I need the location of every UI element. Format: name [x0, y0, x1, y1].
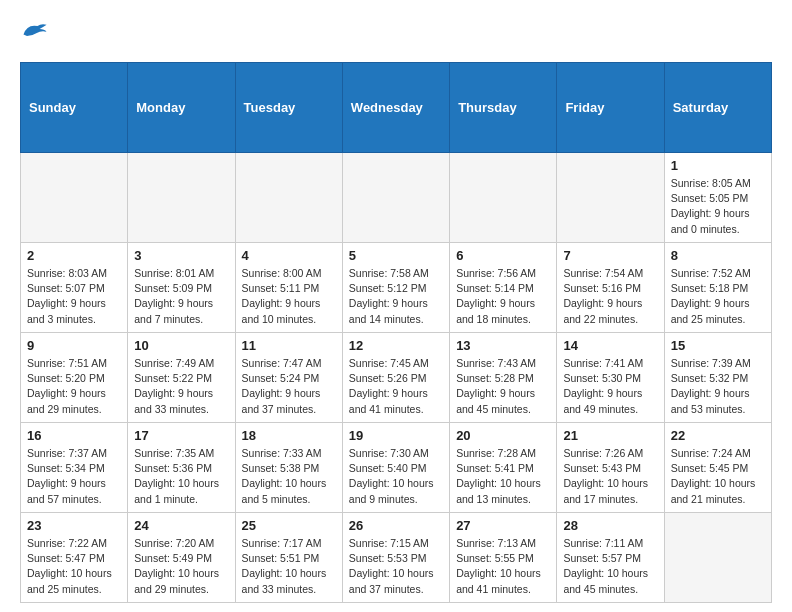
day-info: Sunrise: 7:51 AM Sunset: 5:20 PM Dayligh…	[27, 356, 121, 417]
calendar-week-1: 2Sunrise: 8:03 AM Sunset: 5:07 PM Daylig…	[21, 243, 772, 333]
day-info: Sunrise: 7:43 AM Sunset: 5:28 PM Dayligh…	[456, 356, 550, 417]
day-number: 3	[134, 248, 228, 263]
day-number: 7	[563, 248, 657, 263]
day-number: 9	[27, 338, 121, 353]
calendar-week-2: 9Sunrise: 7:51 AM Sunset: 5:20 PM Daylig…	[21, 333, 772, 423]
day-number: 19	[349, 428, 443, 443]
calendar-week-4: 23Sunrise: 7:22 AM Sunset: 5:47 PM Dayli…	[21, 513, 772, 603]
logo-bird-icon	[20, 20, 48, 42]
calendar-cell	[235, 153, 342, 243]
day-number: 27	[456, 518, 550, 533]
day-info: Sunrise: 7:45 AM Sunset: 5:26 PM Dayligh…	[349, 356, 443, 417]
calendar-cell: 17Sunrise: 7:35 AM Sunset: 5:36 PM Dayli…	[128, 423, 235, 513]
day-number: 12	[349, 338, 443, 353]
day-number: 23	[27, 518, 121, 533]
day-number: 16	[27, 428, 121, 443]
weekday-header-sunday: Sunday	[21, 63, 128, 153]
day-number: 28	[563, 518, 657, 533]
day-info: Sunrise: 7:22 AM Sunset: 5:47 PM Dayligh…	[27, 536, 121, 597]
day-info: Sunrise: 7:41 AM Sunset: 5:30 PM Dayligh…	[563, 356, 657, 417]
weekday-header-wednesday: Wednesday	[342, 63, 449, 153]
weekday-header-thursday: Thursday	[450, 63, 557, 153]
calendar-cell	[557, 153, 664, 243]
day-info: Sunrise: 7:49 AM Sunset: 5:22 PM Dayligh…	[134, 356, 228, 417]
day-number: 17	[134, 428, 228, 443]
calendar-cell	[21, 153, 128, 243]
day-info: Sunrise: 7:20 AM Sunset: 5:49 PM Dayligh…	[134, 536, 228, 597]
calendar-cell: 19Sunrise: 7:30 AM Sunset: 5:40 PM Dayli…	[342, 423, 449, 513]
day-info: Sunrise: 7:13 AM Sunset: 5:55 PM Dayligh…	[456, 536, 550, 597]
calendar-cell: 16Sunrise: 7:37 AM Sunset: 5:34 PM Dayli…	[21, 423, 128, 513]
calendar-cell: 22Sunrise: 7:24 AM Sunset: 5:45 PM Dayli…	[664, 423, 771, 513]
day-info: Sunrise: 7:30 AM Sunset: 5:40 PM Dayligh…	[349, 446, 443, 507]
day-number: 15	[671, 338, 765, 353]
day-number: 20	[456, 428, 550, 443]
day-number: 22	[671, 428, 765, 443]
day-info: Sunrise: 7:15 AM Sunset: 5:53 PM Dayligh…	[349, 536, 443, 597]
day-number: 6	[456, 248, 550, 263]
calendar-cell: 9Sunrise: 7:51 AM Sunset: 5:20 PM Daylig…	[21, 333, 128, 423]
day-info: Sunrise: 7:56 AM Sunset: 5:14 PM Dayligh…	[456, 266, 550, 327]
calendar-cell: 1Sunrise: 8:05 AM Sunset: 5:05 PM Daylig…	[664, 153, 771, 243]
day-number: 13	[456, 338, 550, 353]
day-info: Sunrise: 7:37 AM Sunset: 5:34 PM Dayligh…	[27, 446, 121, 507]
calendar-cell: 7Sunrise: 7:54 AM Sunset: 5:16 PM Daylig…	[557, 243, 664, 333]
day-info: Sunrise: 7:24 AM Sunset: 5:45 PM Dayligh…	[671, 446, 765, 507]
day-number: 25	[242, 518, 336, 533]
day-number: 5	[349, 248, 443, 263]
calendar-week-0: 1Sunrise: 8:05 AM Sunset: 5:05 PM Daylig…	[21, 153, 772, 243]
calendar-cell: 20Sunrise: 7:28 AM Sunset: 5:41 PM Dayli…	[450, 423, 557, 513]
day-info: Sunrise: 7:58 AM Sunset: 5:12 PM Dayligh…	[349, 266, 443, 327]
day-number: 21	[563, 428, 657, 443]
calendar-cell: 28Sunrise: 7:11 AM Sunset: 5:57 PM Dayli…	[557, 513, 664, 603]
day-number: 26	[349, 518, 443, 533]
calendar-cell: 12Sunrise: 7:45 AM Sunset: 5:26 PM Dayli…	[342, 333, 449, 423]
day-info: Sunrise: 7:35 AM Sunset: 5:36 PM Dayligh…	[134, 446, 228, 507]
calendar-cell: 14Sunrise: 7:41 AM Sunset: 5:30 PM Dayli…	[557, 333, 664, 423]
calendar-cell	[128, 153, 235, 243]
day-number: 24	[134, 518, 228, 533]
day-info: Sunrise: 7:33 AM Sunset: 5:38 PM Dayligh…	[242, 446, 336, 507]
day-info: Sunrise: 7:54 AM Sunset: 5:16 PM Dayligh…	[563, 266, 657, 327]
calendar-cell: 4Sunrise: 8:00 AM Sunset: 5:11 PM Daylig…	[235, 243, 342, 333]
calendar-cell: 8Sunrise: 7:52 AM Sunset: 5:18 PM Daylig…	[664, 243, 771, 333]
day-info: Sunrise: 8:03 AM Sunset: 5:07 PM Dayligh…	[27, 266, 121, 327]
day-info: Sunrise: 7:39 AM Sunset: 5:32 PM Dayligh…	[671, 356, 765, 417]
day-number: 14	[563, 338, 657, 353]
day-number: 10	[134, 338, 228, 353]
calendar-cell: 13Sunrise: 7:43 AM Sunset: 5:28 PM Dayli…	[450, 333, 557, 423]
day-info: Sunrise: 7:17 AM Sunset: 5:51 PM Dayligh…	[242, 536, 336, 597]
calendar-cell: 2Sunrise: 8:03 AM Sunset: 5:07 PM Daylig…	[21, 243, 128, 333]
calendar-cell: 18Sunrise: 7:33 AM Sunset: 5:38 PM Dayli…	[235, 423, 342, 513]
calendar-cell	[664, 513, 771, 603]
calendar-cell: 25Sunrise: 7:17 AM Sunset: 5:51 PM Dayli…	[235, 513, 342, 603]
calendar-cell: 23Sunrise: 7:22 AM Sunset: 5:47 PM Dayli…	[21, 513, 128, 603]
day-info: Sunrise: 7:28 AM Sunset: 5:41 PM Dayligh…	[456, 446, 550, 507]
calendar-cell	[450, 153, 557, 243]
calendar-cell: 5Sunrise: 7:58 AM Sunset: 5:12 PM Daylig…	[342, 243, 449, 333]
calendar-cell: 11Sunrise: 7:47 AM Sunset: 5:24 PM Dayli…	[235, 333, 342, 423]
day-number: 1	[671, 158, 765, 173]
logo	[20, 20, 52, 46]
weekday-header-monday: Monday	[128, 63, 235, 153]
calendar-cell: 15Sunrise: 7:39 AM Sunset: 5:32 PM Dayli…	[664, 333, 771, 423]
day-info: Sunrise: 7:11 AM Sunset: 5:57 PM Dayligh…	[563, 536, 657, 597]
day-number: 18	[242, 428, 336, 443]
day-info: Sunrise: 8:01 AM Sunset: 5:09 PM Dayligh…	[134, 266, 228, 327]
weekday-header-friday: Friday	[557, 63, 664, 153]
calendar-table: SundayMondayTuesdayWednesdayThursdayFrid…	[20, 62, 772, 603]
calendar-cell: 27Sunrise: 7:13 AM Sunset: 5:55 PM Dayli…	[450, 513, 557, 603]
day-info: Sunrise: 7:47 AM Sunset: 5:24 PM Dayligh…	[242, 356, 336, 417]
calendar-cell: 10Sunrise: 7:49 AM Sunset: 5:22 PM Dayli…	[128, 333, 235, 423]
day-number: 2	[27, 248, 121, 263]
weekday-header-row: SundayMondayTuesdayWednesdayThursdayFrid…	[21, 63, 772, 153]
calendar-cell	[342, 153, 449, 243]
calendar-week-3: 16Sunrise: 7:37 AM Sunset: 5:34 PM Dayli…	[21, 423, 772, 513]
day-number: 11	[242, 338, 336, 353]
weekday-header-saturday: Saturday	[664, 63, 771, 153]
header	[20, 20, 772, 46]
weekday-header-tuesday: Tuesday	[235, 63, 342, 153]
calendar-cell: 24Sunrise: 7:20 AM Sunset: 5:49 PM Dayli…	[128, 513, 235, 603]
day-info: Sunrise: 8:05 AM Sunset: 5:05 PM Dayligh…	[671, 176, 765, 237]
day-number: 8	[671, 248, 765, 263]
